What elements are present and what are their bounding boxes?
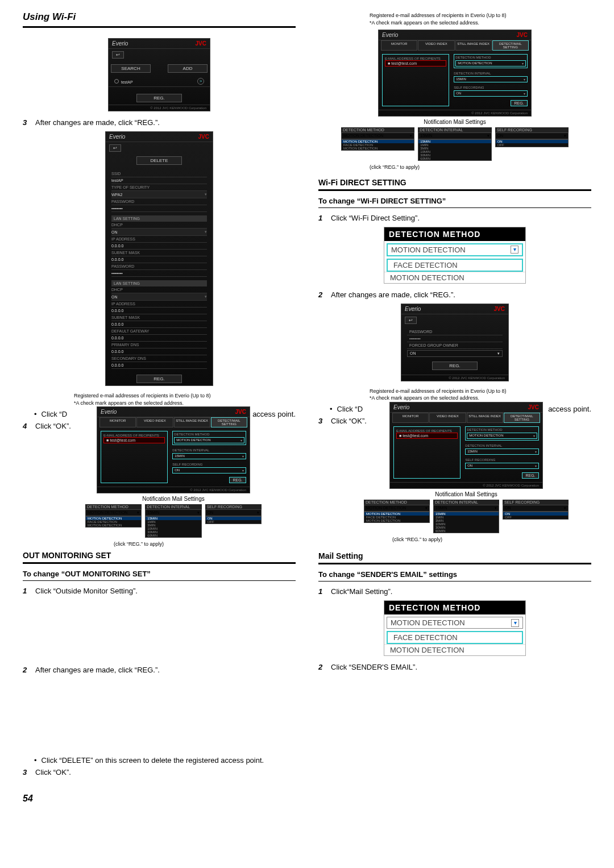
det-option[interactable]: FACE DETECTION bbox=[387, 631, 523, 644]
tab-detect[interactable]: DETECT/MAIL SETTING bbox=[504, 413, 540, 423]
wd-row: •••••••• bbox=[407, 335, 503, 342]
notif-title: SELF RECORDING bbox=[503, 500, 569, 505]
notif-select[interactable]: ON▾ bbox=[503, 505, 569, 512]
det-interval-select[interactable]: 15MIN▾ bbox=[454, 76, 528, 82]
fig-note: *A check mark appears on the selected ad… bbox=[370, 395, 591, 401]
brand-label: Everio bbox=[109, 134, 125, 140]
grp-title: SELF RECORDING bbox=[172, 463, 246, 466]
notif-select[interactable]: MOTION DETECTION▾ bbox=[341, 132, 414, 139]
rule bbox=[318, 207, 591, 208]
notif-list[interactable]: MOTION DETECTION FACE DETECTION MOTION D… bbox=[341, 139, 414, 151]
self-rec-select[interactable]: ON▾ bbox=[172, 467, 246, 474]
tab-video[interactable]: VIDEO INDEX bbox=[429, 413, 466, 423]
det-select[interactable]: MOTION DETECTION ▾ bbox=[387, 617, 523, 629]
tab-monitor[interactable]: MONITOR bbox=[99, 417, 136, 427]
det-method-select[interactable]: MOTION DETECTION▾ bbox=[174, 437, 244, 443]
email-item[interactable]: ■ test@test.com bbox=[385, 60, 446, 67]
email-item[interactable]: ■ test@test.com bbox=[396, 433, 458, 439]
notif-list[interactable]: 15MIN 1MIN 3MIN 10MIN 30MIN 60MIN bbox=[433, 512, 499, 533]
tab-detect[interactable]: DETECT/MAIL SETTING bbox=[211, 417, 247, 427]
det-option[interactable]: MOTION DETECTION bbox=[384, 272, 525, 283]
det-interval-select[interactable]: 15MIN▾ bbox=[172, 453, 246, 459]
rule bbox=[318, 581, 591, 582]
self-rec-select[interactable]: ON▾ bbox=[465, 463, 539, 469]
footer-copy: © 2012 JVC KENWOOD Corporation bbox=[379, 110, 531, 116]
notif-select[interactable]: 15MIN▾ bbox=[433, 505, 499, 512]
lbl-sec: TYPE OF SECURITY bbox=[111, 185, 150, 189]
notif-list[interactable]: ON OFF bbox=[205, 516, 262, 524]
det-method-select[interactable]: MOTION DETECTION▾ bbox=[455, 60, 526, 67]
brand-label: Everio bbox=[382, 32, 398, 38]
notif-list[interactable]: 15MIN 1MIN 3MIN 10MIN 30MIN 60MIN bbox=[418, 139, 491, 161]
back-button[interactable]: ↩ bbox=[112, 51, 124, 59]
self-rec-select[interactable]: ON▾ bbox=[454, 90, 528, 97]
reg-button[interactable]: REG. bbox=[229, 477, 246, 483]
wd-select[interactable]: ON▾ bbox=[407, 350, 503, 357]
reg-button[interactable]: REG. bbox=[136, 94, 182, 102]
det-method-select[interactable]: MOTION DETECTION▾ bbox=[467, 433, 537, 439]
back-button[interactable]: ↩ bbox=[109, 144, 121, 152]
det-option[interactable]: FACE DETECTION bbox=[387, 259, 523, 272]
rule bbox=[23, 580, 296, 581]
tab-video[interactable]: VIDEO INDEX bbox=[418, 40, 454, 51]
email-item[interactable]: ■ test@test.com bbox=[103, 437, 165, 443]
ap-radio[interactable] bbox=[114, 79, 119, 84]
lbl-dns2: SECONDARY DNS bbox=[111, 356, 146, 360]
wd-row: PASSWORD bbox=[407, 329, 503, 335]
ap-chevron[interactable]: > bbox=[197, 78, 204, 85]
notif-select[interactable]: ON▾ bbox=[205, 509, 262, 516]
fig-note: Registered e-mail addresses of recipient… bbox=[370, 388, 591, 394]
section-title: Using Wi-Fi bbox=[23, 11, 296, 23]
notif-select[interactable]: ON▾ bbox=[495, 132, 569, 139]
det-option[interactable]: MOTION DETECTION bbox=[384, 644, 525, 655]
lbl-sub2: SUBNET MASK bbox=[111, 315, 140, 319]
figure-detection-dropdown: DETECTION METHOD MOTION DETECTION ▾ FACE… bbox=[318, 227, 591, 284]
step-text: After changes are made, click “REG.”. bbox=[35, 118, 296, 127]
add-button[interactable]: ADD bbox=[168, 64, 208, 73]
step-num: 2 bbox=[23, 666, 30, 674]
tab-monitor[interactable]: MONITOR bbox=[381, 40, 417, 51]
search-button[interactable]: SEARCH bbox=[111, 64, 151, 73]
tab-still[interactable]: STILL IMAGE INDEX bbox=[467, 413, 503, 423]
notif-list[interactable]: 15MIN 1MIN 3MIN 10MIN 30MIN 60MIN bbox=[145, 516, 201, 538]
notif-list[interactable]: ON OFF bbox=[503, 512, 569, 520]
val-ip: 0.0.0.0 bbox=[111, 244, 123, 248]
tab-still[interactable]: STILL IMAGE INDEX bbox=[174, 417, 210, 427]
notif-select[interactable]: MOTION DETECTION▾ bbox=[364, 505, 430, 512]
val-sub: 0.0.0.0 bbox=[111, 258, 123, 261]
notif-title: SELF RECORDING bbox=[205, 504, 262, 509]
step-num: 3 bbox=[23, 768, 30, 776]
fig-note: (click “REG.” to apply) bbox=[114, 541, 284, 547]
tab-video[interactable]: VIDEO INDEX bbox=[136, 417, 173, 427]
fig-caption: Notification Mail Settings bbox=[318, 119, 591, 125]
det-interval-select[interactable]: 15MIN▾ bbox=[465, 448, 539, 455]
val-pass: •••••••• bbox=[111, 206, 123, 210]
tab-monitor[interactable]: MONITOR bbox=[392, 413, 429, 423]
grp-title: DETECTION INTERVAL bbox=[465, 444, 539, 447]
grp-title: DETECTION METHOD bbox=[174, 433, 244, 436]
det-select[interactable]: MOTION DETECTION ▾ bbox=[387, 243, 523, 256]
chevron-down-icon[interactable]: ▾ bbox=[511, 619, 519, 627]
chevron-down-icon[interactable]: ▾ bbox=[511, 246, 518, 254]
back-button[interactable]: ↩ bbox=[405, 317, 417, 324]
delete-button[interactable]: DELETE bbox=[136, 156, 182, 165]
step-text: Click “SENDER'S EMAIL”. bbox=[331, 663, 591, 671]
step-num: 1 bbox=[23, 587, 30, 595]
tab-still[interactable]: STILL IMAGE INDEX bbox=[455, 40, 492, 51]
notif-list[interactable]: MOTION DETECTION FACE DETECTION MOTION D… bbox=[364, 512, 430, 523]
grp-title: DETECTION INTERVAL bbox=[454, 72, 528, 75]
reg-button[interactable]: REG. bbox=[136, 375, 182, 383]
notif-list[interactable]: ON OFF bbox=[495, 139, 569, 147]
lbl-dhcp: DHCP bbox=[111, 223, 123, 227]
notif-select[interactable]: 15MIN▾ bbox=[145, 509, 201, 516]
reg-button[interactable]: REG. bbox=[522, 472, 539, 479]
step-num: 2 bbox=[318, 290, 325, 299]
tab-detect[interactable]: DETECT/MAIL SETTING bbox=[492, 40, 529, 51]
reg-button[interactable]: REG. bbox=[511, 100, 528, 106]
notif-list[interactable]: MOTION DETECTION FACE DETECTION MOTION D… bbox=[85, 516, 142, 528]
jvc-label: JVC bbox=[517, 32, 528, 38]
brand-label: Everio bbox=[393, 404, 409, 410]
notif-select[interactable]: 15MIN▾ bbox=[418, 132, 491, 139]
notif-select[interactable]: MOTION DETECTION▾ bbox=[85, 509, 142, 516]
reg-button[interactable]: REG. bbox=[432, 362, 478, 370]
